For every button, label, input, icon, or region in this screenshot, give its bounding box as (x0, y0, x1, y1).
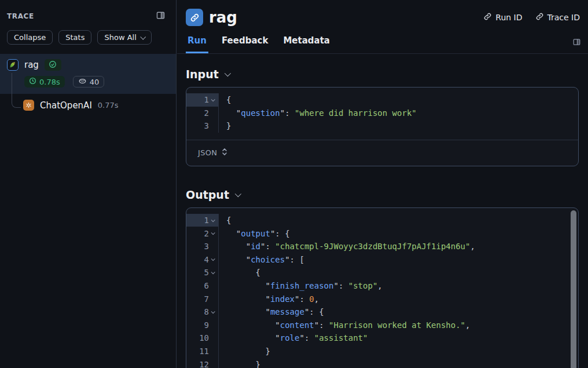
run-id-button[interactable]: Run ID (483, 12, 522, 23)
line-number: 2 (204, 108, 209, 118)
line-number-gutter: 10 (186, 331, 219, 345)
input-section-title: Input (186, 68, 219, 81)
code-line-content: } (219, 121, 231, 130)
code-line: 1{ (186, 93, 578, 107)
show-all-label: Show All (104, 33, 136, 42)
code-line-content: "question": "where did harrison work" (219, 108, 417, 118)
code-line-content: "output": { (219, 229, 290, 238)
input-section-heading: Input (186, 68, 588, 81)
code-line: 8 "message": { (186, 305, 578, 319)
trace-tree: rag (0, 54, 176, 116)
code-line-content: "id": "chatcmpl-9JWoyyc3dzdBtuqJf7pAJf1i… (219, 242, 475, 251)
expand-panel-button[interactable] (571, 37, 582, 49)
format-select-value: JSON (198, 148, 217, 157)
link-icon (483, 12, 492, 23)
stats-button[interactable]: Stats (58, 30, 91, 45)
line-number: 1 (204, 216, 209, 225)
line-number-gutter: 2 (186, 227, 219, 240)
code-line: 2 "output": { (186, 227, 578, 240)
code-line-content: } (219, 360, 260, 368)
fold-chevron-icon[interactable] (211, 218, 215, 222)
latency-value: 0.78s (39, 78, 60, 86)
input-code-editor: 1{2 "question": "where did harrison work… (186, 87, 579, 166)
input-collapse-chevron-icon[interactable] (225, 70, 231, 76)
trace-panel-title: TRACE (7, 12, 34, 20)
collapse-button[interactable]: Collapse (7, 30, 53, 45)
clock-icon (29, 77, 36, 86)
run-id-label: Run ID (495, 13, 522, 22)
fold-chevron-icon[interactable] (211, 270, 215, 274)
success-status-badge (45, 59, 61, 71)
tabs-bar: Run Feedback Metadata (177, 32, 588, 54)
chatopenai-latency: 0.77s (98, 101, 119, 110)
code-line-content: "role": "assistant" (219, 333, 368, 343)
code-line-content: { (219, 268, 260, 277)
output-code-area[interactable]: 1{2 "output": {3 "id": "chatcmpl-9JWoyyc… (186, 208, 578, 368)
parrot-chain-icon (7, 59, 19, 71)
format-select[interactable]: JSON (198, 148, 227, 158)
output-section-title: Output (186, 188, 229, 201)
code-line: 12 } (186, 358, 578, 368)
chevron-down-icon (140, 34, 146, 40)
code-line-content: "message": { (219, 307, 324, 316)
page-title: rag (209, 9, 237, 26)
trace-id-button[interactable]: Trace ID (535, 12, 580, 23)
fold-chevron-icon[interactable] (211, 231, 215, 235)
output-section-heading: Output (186, 188, 588, 201)
line-number: 7 (204, 294, 209, 304)
input-code-area[interactable]: 1{2 "question": "where did harrison work… (186, 88, 578, 140)
tab-metadata[interactable]: Metadata (281, 32, 332, 53)
show-all-dropdown[interactable]: Show All (97, 30, 151, 45)
code-line: 1{ (186, 214, 578, 227)
line-number-gutter: 11 (186, 345, 219, 358)
code-line: 3 "id": "chatcmpl-9JWoyyc3dzdBtuqJf7pAJf… (186, 240, 578, 253)
output-scrollbar[interactable] (571, 210, 576, 368)
token-coin-icon (78, 78, 87, 86)
stats-button-label: Stats (65, 33, 84, 42)
code-line: 7 "index": 0, (186, 292, 578, 305)
line-number: 3 (204, 121, 209, 130)
fold-chevron-icon[interactable] (211, 97, 215, 101)
code-line-content: { (219, 95, 231, 104)
panel-split-icon (572, 38, 581, 48)
code-line: 3} (186, 119, 578, 133)
line-number-gutter: 1 (186, 214, 219, 227)
fold-chevron-icon[interactable] (211, 309, 215, 314)
latency-badge: 0.78s (24, 76, 65, 88)
tree-node-chatopenai[interactable]: ChatOpenAI 0.77s (0, 94, 176, 116)
line-number: 4 (204, 255, 209, 264)
code-line-content: } (219, 347, 270, 356)
tab-feedback[interactable]: Feedback (220, 32, 270, 53)
tab-run[interactable]: Run (186, 32, 208, 53)
output-collapse-chevron-icon[interactable] (235, 191, 241, 197)
line-number-gutter: 3 (186, 119, 219, 133)
tree-node-rag-label: rag (24, 60, 39, 70)
line-number-gutter: 8 (186, 305, 219, 319)
trace-sidebar: TRACE Collapse Stats Show All (0, 0, 177, 368)
line-number: 2 (204, 229, 209, 238)
chain-link-badge-icon (186, 9, 203, 26)
panel-split-icon (156, 10, 166, 22)
code-line: 10 "role": "assistant" (186, 331, 578, 345)
code-line: 9 "content": "Harrison worked at Kensho.… (186, 319, 578, 332)
link-icon (535, 12, 544, 23)
line-number: 10 (199, 333, 209, 343)
line-number-gutter: 3 (186, 240, 219, 253)
sidebar-collapse-panel-button[interactable] (155, 9, 167, 23)
code-line-content: "content": "Harrison worked at Kensho.", (219, 320, 471, 330)
fold-chevron-icon[interactable] (211, 257, 215, 261)
output-code-editor: 1{2 "output": {3 "id": "chatcmpl-9JWoyyc… (186, 207, 579, 368)
line-number: 8 (204, 307, 209, 316)
run-header: rag Run ID (177, 0, 588, 26)
code-line-content: { (219, 216, 231, 225)
code-line: 2 "question": "where did harrison work" (186, 107, 578, 120)
tree-node-rag[interactable]: rag (0, 54, 176, 94)
input-editor-footer: JSON (186, 140, 578, 166)
line-number-gutter: 2 (186, 107, 219, 120)
line-number-gutter: 7 (186, 292, 219, 305)
updown-chevrons-icon (222, 148, 227, 158)
line-number: 6 (204, 281, 209, 290)
openai-icon (23, 100, 34, 111)
line-number-gutter: 12 (186, 358, 219, 368)
code-line: 5 { (186, 266, 578, 279)
